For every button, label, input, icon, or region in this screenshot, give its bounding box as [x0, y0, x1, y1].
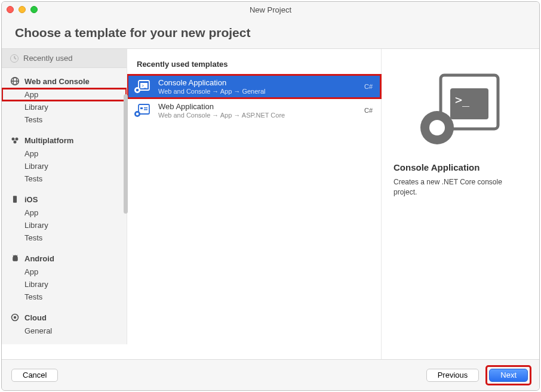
multiplatform-icon [10, 135, 20, 145]
sidebar-category-ios: iOS App Library Tests [2, 186, 127, 245]
template-list-panel: Recently used templates >_ Console App [127, 49, 382, 359]
clock-icon [10, 54, 19, 63]
svg-point-24 [429, 120, 445, 135]
svg-point-4 [16, 138, 19, 141]
svg-point-5 [14, 141, 17, 144]
sidebar-item-library[interactable]: Library [2, 278, 127, 291]
sidebar-item-tests[interactable]: Tests [2, 232, 127, 244]
sidebar-scrollbar-thumb[interactable] [124, 94, 128, 214]
phone-icon [10, 195, 20, 204]
sidebar-category-cloud: Cloud General [2, 304, 127, 338]
cloud-icon [10, 313, 20, 322]
window-title: New Project [2, 5, 539, 14]
svg-rect-15 [140, 107, 143, 109]
dialog-footer: Cancel Previous Next [2, 359, 539, 390]
svg-point-8 [14, 316, 16, 319]
sidebar-recently-used-label: Recently used [23, 54, 72, 63]
template-language: C# [364, 107, 373, 114]
sidebar-item-app[interactable]: App [2, 266, 127, 278]
sidebar-item-library[interactable]: Library [2, 160, 127, 172]
sidebar-item-general[interactable]: General [2, 325, 127, 337]
category-header[interactable]: Web and Console [10, 76, 118, 86]
category-label: Multiplatform [24, 136, 73, 145]
template-preview-panel: >_ Console Application Creates a new .NE… [382, 49, 539, 359]
sidebar-item-library[interactable]: Library [2, 219, 127, 232]
category-label: Cloud [24, 313, 47, 322]
sidebar-item-library[interactable]: Library [2, 101, 127, 113]
template-list-heading: Recently used templates [127, 49, 381, 75]
sidebar-recently-used[interactable]: Recently used [2, 49, 127, 68]
dialog-body: Recently used Web and Console App Librar… [2, 48, 539, 359]
sidebar-category-multiplatform: Multiplatform App Library Tests [2, 127, 127, 186]
preview-description: Creates a new .NET Core console project. [394, 177, 527, 197]
template-list: >_ Console Application Web and Console →… [127, 75, 381, 122]
new-project-dialog: New Project Choose a template for your n… [1, 1, 540, 391]
template-web-application[interactable]: Web Application Web and Console → App → … [127, 98, 381, 122]
sidebar-item-app[interactable]: App [2, 88, 127, 101]
category-header[interactable]: Cloud [10, 313, 118, 322]
template-name: Web Application [158, 102, 357, 111]
page-title: Choose a template for your new project [15, 26, 526, 40]
previous-button[interactable]: Previous [426, 369, 479, 382]
sidebar-category-web-console: Web and Console App Library Tests [2, 68, 127, 127]
cancel-button[interactable]: Cancel [11, 369, 58, 382]
category-sidebar[interactable]: Recently used Web and Console App Librar… [2, 49, 127, 344]
next-button[interactable]: Next [489, 369, 528, 382]
category-label: Web and Console [24, 77, 90, 86]
console-app-icon: >_ [133, 79, 151, 94]
category-label: Android [24, 254, 54, 263]
svg-rect-17 [144, 109, 147, 110]
svg-point-13 [136, 89, 139, 92]
template-path: Web and Console → App → General [158, 88, 357, 95]
globe-icon [10, 76, 20, 86]
category-header[interactable]: Multiplatform [10, 135, 118, 145]
category-header[interactable]: Android [10, 254, 118, 263]
sidebar-item-tests[interactable]: Tests [2, 172, 127, 185]
category-label: iOS [24, 195, 38, 204]
template-path: Web and Console → App → ASP.NET Core [158, 112, 357, 119]
template-preview-image: >_ [416, 67, 505, 150]
svg-text:>_: >_ [142, 84, 146, 88]
android-icon [10, 254, 20, 263]
template-console-application[interactable]: >_ Console Application Web and Console →… [127, 75, 381, 98]
titlebar: New Project [2, 2, 539, 17]
sidebar-item-app[interactable]: App [2, 147, 127, 160]
next-button-highlight: Next [487, 367, 530, 384]
sidebar-item-tests[interactable]: Tests [2, 291, 127, 303]
svg-point-3 [12, 138, 15, 141]
svg-point-19 [136, 113, 139, 116]
template-name: Console Application [158, 78, 357, 87]
sidebar-category-android: Android App Library Tests [2, 245, 127, 304]
sidebar-item-app[interactable]: App [2, 206, 127, 219]
web-app-icon [133, 103, 151, 118]
svg-rect-16 [144, 107, 147, 109]
svg-text:>_: >_ [455, 92, 470, 107]
dialog-header: Choose a template for your new project [2, 17, 539, 48]
svg-rect-6 [13, 196, 17, 202]
category-header[interactable]: iOS [10, 195, 118, 204]
preview-title: Console Application [394, 162, 479, 172]
sidebar-item-tests[interactable]: Tests [2, 113, 127, 126]
template-language: C# [364, 83, 373, 90]
